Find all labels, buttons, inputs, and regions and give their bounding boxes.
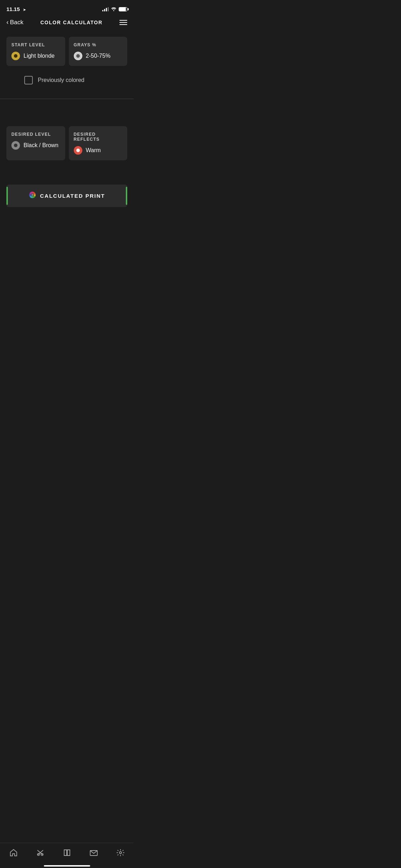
previously-colored-row: Previously colored xyxy=(6,69,127,93)
hamburger-line xyxy=(119,24,127,25)
desired-reflects-value: Warm xyxy=(86,147,101,154)
grays-card[interactable]: GRAYS % 2-50-75% xyxy=(69,37,128,66)
signal-bars-icon xyxy=(102,7,109,11)
status-icons xyxy=(102,7,127,12)
bottom-spacer xyxy=(0,213,134,255)
spacer-middle xyxy=(6,164,127,182)
desired-level-value-row: Black / Brown xyxy=(11,141,60,150)
start-level-radio xyxy=(11,52,20,60)
back-label: Back xyxy=(10,19,24,26)
desired-level-value: Black / Brown xyxy=(24,142,58,149)
previously-colored-label: Previously colored xyxy=(38,77,84,83)
hamburger-line xyxy=(119,22,127,23)
top-cards-row: START LEVEL Light blonde GRAYS % 2-50-75… xyxy=(6,37,127,66)
start-level-card[interactable]: START LEVEL Light blonde xyxy=(6,37,65,66)
start-level-title: START LEVEL xyxy=(11,42,60,47)
top-cards-section: START LEVEL Light blonde GRAYS % 2-50-75… xyxy=(0,31,134,99)
desired-level-radio xyxy=(11,141,20,150)
desired-reflects-title: DESIRED REFLECTS xyxy=(74,132,123,142)
grays-title: GRAYS % xyxy=(74,42,123,47)
page-title: COLOR CALCULATOR xyxy=(40,20,102,25)
status-bar: 11.15 ➤ xyxy=(0,0,134,16)
desired-reflects-radio xyxy=(74,146,82,155)
back-chevron-icon: ‹ xyxy=(6,19,9,26)
location-icon: ➤ xyxy=(23,7,26,12)
color-wheel-icon xyxy=(29,191,36,201)
desired-reflects-value-row: Warm xyxy=(74,146,123,155)
menu-button[interactable] xyxy=(119,20,127,25)
start-level-value-row: Light blonde xyxy=(11,52,60,60)
calculated-print-button[interactable]: CALCULATED PRINT xyxy=(6,185,127,207)
desired-cards-row: DESIRED LEVEL Black / Brown DESIRED REFL… xyxy=(6,126,127,160)
grays-value-row: 2-50-75% xyxy=(74,52,123,60)
status-time: 11.15 xyxy=(6,6,20,12)
status-time-area: 11.15 ➤ xyxy=(6,6,26,12)
grays-value: 2-50-75% xyxy=(86,53,110,59)
desired-reflects-card[interactable]: DESIRED REFLECTS Warm xyxy=(69,126,128,160)
lower-section: DESIRED LEVEL Black / Brown DESIRED REFL… xyxy=(0,99,134,213)
calculated-print-label: CALCULATED PRINT xyxy=(40,193,105,199)
desired-level-title: DESIRED LEVEL xyxy=(11,132,60,137)
spacer-top xyxy=(6,105,127,126)
desired-level-card[interactable]: DESIRED LEVEL Black / Brown xyxy=(6,126,65,160)
hamburger-line xyxy=(119,20,127,21)
grays-radio xyxy=(74,52,82,60)
navbar: ‹ Back COLOR CALCULATOR xyxy=(0,16,134,31)
previously-colored-checkbox[interactable] xyxy=(24,76,33,84)
battery-icon xyxy=(119,7,127,11)
start-level-value: Light blonde xyxy=(24,53,55,59)
wifi-icon xyxy=(111,7,117,12)
back-button[interactable]: ‹ Back xyxy=(6,19,24,26)
